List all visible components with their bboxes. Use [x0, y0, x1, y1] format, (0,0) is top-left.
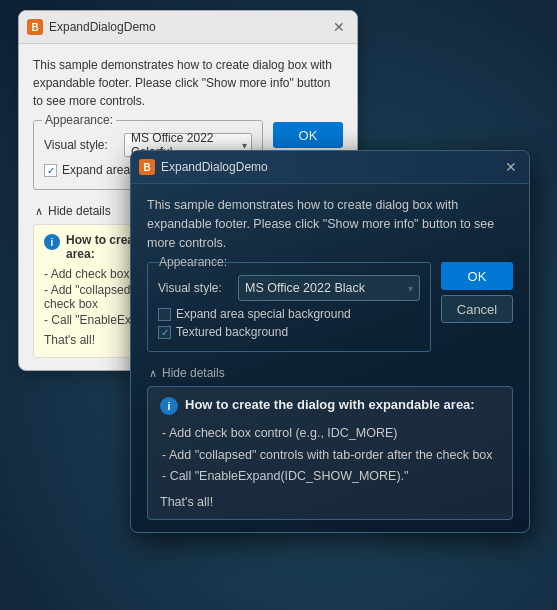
front-info-line-3: - Call "EnableExpand(IDC_SHOW_MORE)." — [162, 466, 500, 487]
front-expand-bg-label: Expand area special background — [176, 307, 351, 321]
front-chevron-icon: ∧ — [149, 367, 157, 380]
front-info-title: How to create the dialog with expandable… — [185, 397, 475, 412]
front-visual-style-label: Visual style: — [158, 281, 230, 295]
front-titlebar-left: B ExpandDialogDemo — [139, 159, 268, 175]
front-button-group: OK Cancel — [441, 262, 513, 323]
front-dialog-close-button[interactable]: ✕ — [501, 157, 521, 177]
front-dialog-titlebar: B ExpandDialogDemo ✕ — [131, 151, 529, 184]
front-info-box: i How to create the dialog with expandab… — [147, 386, 513, 520]
back-info-icon: i — [44, 234, 60, 250]
front-ok-button[interactable]: OK — [441, 262, 513, 290]
front-cancel-button[interactable]: Cancel — [441, 295, 513, 323]
front-visual-style-row: Visual style: MS Office 2022 Black ▾ — [158, 275, 420, 301]
back-dialog-title: ExpandDialogDemo — [49, 20, 156, 34]
front-textured-bg-row[interactable]: ✓ Textured background — [158, 325, 420, 339]
back-dialog-titlebar: B ExpandDialogDemo ✕ — [19, 11, 357, 44]
front-dropdown-arrow-icon: ▾ — [408, 283, 413, 294]
front-info-line-2: - Add "collapsed" controls with tab-orde… — [162, 445, 500, 466]
front-dropdown-value: MS Office 2022 Black — [245, 281, 365, 295]
back-ok-button[interactable]: OK — [273, 122, 343, 148]
back-expand-bg-checkbox[interactable]: ✓ — [44, 164, 57, 177]
front-visual-style-dropdown[interactable]: MS Office 2022 Black ▾ — [238, 275, 420, 301]
back-dialog-description: This sample demonstrates how to create d… — [33, 56, 343, 110]
front-dialog-body: This sample demonstrates how to create d… — [131, 184, 529, 532]
front-dialog-description: This sample demonstrates how to create d… — [147, 196, 513, 252]
front-appearance-group: Appearance: Visual style: MS Office 2022… — [147, 262, 431, 352]
front-textured-bg-label: Textured background — [176, 325, 288, 339]
back-visual-style-label: Visual style: — [44, 138, 116, 152]
back-dropdown-arrow-icon: ▾ — [242, 140, 247, 151]
front-textured-bg-checkbox[interactable]: ✓ — [158, 326, 171, 339]
front-info-list: - Add check box control (e.g., IDC_MORE)… — [160, 423, 500, 487]
front-dialog-title: ExpandDialogDemo — [161, 160, 268, 174]
front-app-icon: B — [139, 159, 155, 175]
back-appearance-label: Appearance: — [42, 113, 116, 127]
app-icon: B — [27, 19, 43, 35]
front-info-header: i How to create the dialog with expandab… — [160, 397, 500, 415]
front-hide-details-label: Hide details — [162, 366, 225, 380]
front-appearance-label: Appearance: — [156, 255, 230, 269]
back-dialog-close-button[interactable]: ✕ — [329, 17, 349, 37]
front-hide-details-row[interactable]: ∧ Hide details — [147, 366, 513, 380]
front-info-line-1: - Add check box control (e.g., IDC_MORE) — [162, 423, 500, 444]
titlebar-left: B ExpandDialogDemo — [27, 19, 156, 35]
front-group-content: Visual style: MS Office 2022 Black ▾ Exp… — [158, 275, 420, 339]
front-info-footer: That's all! — [160, 495, 500, 509]
front-expand-bg-row[interactable]: Expand area special background — [158, 307, 420, 321]
front-expand-bg-checkbox[interactable] — [158, 308, 171, 321]
front-dialog: B ExpandDialogDemo ✕ This sample demonst… — [130, 150, 530, 533]
back-chevron-icon: ∧ — [35, 205, 43, 218]
back-hide-details-label: Hide details — [48, 204, 111, 218]
front-info-icon: i — [160, 397, 178, 415]
